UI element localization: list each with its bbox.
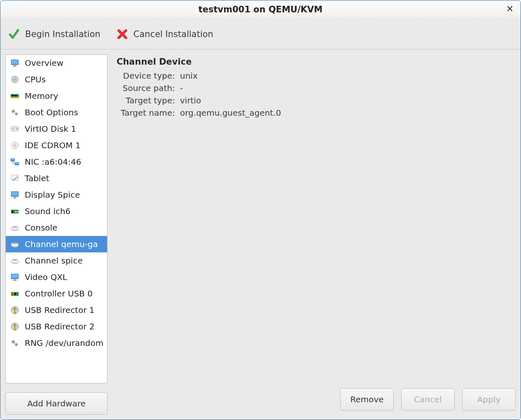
begin-installation-button[interactable]: Begin Installation	[9, 29, 100, 40]
begin-installation-label: Begin Installation	[25, 29, 100, 39]
gears-icon	[9, 107, 21, 117]
usb-icon	[9, 322, 21, 331]
sidebar-item-label: USB Redirector 2	[25, 321, 94, 332]
sidebar-item-memory[interactable]: Memory	[6, 88, 107, 104]
nic-icon	[9, 157, 21, 167]
sidebar-item-nic-a6-04-46[interactable]: NIC :a6:04:46	[6, 154, 107, 170]
sidebar-item-label: Tablet	[25, 173, 49, 184]
usb-icon	[9, 305, 21, 315]
sidebar-item-cpus[interactable]: CPUs	[6, 71, 107, 88]
cancel-installation-button[interactable]: Cancel Installation	[117, 29, 213, 40]
sidebar-item-label: IDE CDROM 1	[25, 140, 81, 151]
sidebar-item-label: Channel qemu-ga	[25, 238, 98, 250]
hardware-list[interactable]: OverviewCPUsMemoryBoot OptionsVirtIO Dis…	[5, 54, 107, 383]
sidebar-item-label: RNG /dev/urandom	[25, 337, 103, 349]
property-label: Device type:	[117, 71, 175, 81]
serial-icon	[9, 223, 21, 233]
sidebar-item-label: Boot Options	[25, 107, 78, 118]
property-value: -	[180, 83, 183, 93]
serial-icon	[9, 239, 21, 249]
tablet-icon	[9, 173, 21, 183]
property-label: Target type:	[117, 96, 175, 105]
add-hardware-button[interactable]: Add Hardware	[5, 392, 107, 415]
sidebar-item-channel-spice[interactable]: Channel spice	[6, 252, 107, 269]
usbctrl-icon	[9, 289, 21, 299]
apply-button[interactable]: Apply	[462, 388, 516, 411]
vm-window: testvm001 on QEMU/KVM ✕ Begin Installati…	[0, 0, 521, 420]
sidebar-item-label: VirtIO Disk 1	[25, 123, 76, 135]
property-label: Target name:	[117, 108, 175, 118]
cpu-icon	[9, 75, 21, 84]
property-label: Source path:	[117, 83, 175, 93]
sidebar-item-label: USB Redirector 1	[25, 304, 94, 316]
property-row: Device type:unix	[117, 71, 512, 81]
monitor-icon	[9, 58, 21, 68]
property-list: Device type:unixSource path:-Target type…	[117, 71, 512, 118]
sidebar-item-usb-redirector-1[interactable]: USB Redirector 1	[6, 302, 107, 318]
cancel-button[interactable]: Cancel	[401, 388, 455, 411]
property-row: Target type:virtio	[117, 96, 512, 105]
details-title: Channel Device	[117, 57, 512, 67]
property-value: virtio	[180, 96, 201, 105]
window-title: testvm001 on QEMU/KVM	[0, 5, 521, 14]
sound-icon	[9, 206, 21, 216]
details-pane: Channel Device Device type:unixSource pa…	[112, 54, 516, 383]
sidebar-item-boot-options[interactable]: Boot Options	[6, 104, 107, 121]
sidebar-item-sound-ich6[interactable]: Sound ich6	[6, 203, 107, 219]
sidebar-item-tablet[interactable]: Tablet	[6, 170, 107, 187]
sidebar: OverviewCPUsMemoryBoot OptionsVirtIO Dis…	[5, 54, 107, 383]
sidebar-item-controller-usb-0[interactable]: Controller USB 0	[6, 285, 107, 302]
sidebar-item-label: NIC :a6:04:46	[25, 156, 81, 168]
sidebar-item-video-qxl[interactable]: Video QXL	[6, 269, 107, 285]
gears-icon	[9, 338, 21, 348]
sidebar-item-label: Display Spice	[25, 189, 80, 201]
main: OverviewCPUsMemoryBoot OptionsVirtIO Dis…	[0, 49, 521, 388]
memory-icon	[9, 91, 21, 101]
sidebar-item-label: Sound ich6	[25, 205, 70, 217]
monitor-icon	[9, 190, 21, 200]
sidebar-item-label: Overview	[25, 57, 63, 69]
sidebar-item-label: Video QXL	[25, 271, 67, 283]
sidebar-item-label: Memory	[25, 90, 58, 102]
close-icon[interactable]: ✕	[505, 5, 515, 14]
property-row: Source path:-	[117, 83, 512, 93]
cdrom-icon	[9, 140, 21, 150]
property-value: unix	[180, 71, 198, 81]
cancel-icon	[117, 29, 128, 40]
sidebar-item-ide-cdrom-1[interactable]: IDE CDROM 1	[6, 137, 107, 154]
sidebar-item-rng-dev-urandom[interactable]: RNG /dev/urandom	[6, 335, 107, 351]
sidebar-item-usb-redirector-2[interactable]: USB Redirector 2	[6, 318, 107, 335]
sidebar-item-display-spice[interactable]: Display Spice	[6, 187, 107, 203]
sidebar-item-virtio-disk-1[interactable]: VirtIO Disk 1	[6, 121, 107, 137]
monitor-icon	[9, 272, 21, 282]
sidebar-item-console[interactable]: Console	[6, 219, 107, 236]
serial-icon	[9, 256, 21, 266]
body: OverviewCPUsMemoryBoot OptionsVirtIO Dis…	[0, 49, 521, 420]
footer: Add Hardware Remove Cancel Apply	[0, 388, 521, 420]
sidebar-item-overview[interactable]: Overview	[6, 55, 107, 71]
sidebar-item-label: CPUs	[25, 74, 46, 85]
property-row: Target name:org.qemu.guest_agent.0	[117, 108, 512, 118]
sidebar-item-channel-qemu-ga[interactable]: Channel qemu-ga	[6, 236, 107, 252]
titlebar: testvm001 on QEMU/KVM ✕	[0, 0, 521, 19]
sidebar-item-label: Console	[25, 222, 57, 233]
sidebar-item-label: Controller USB 0	[25, 288, 93, 299]
remove-button[interactable]: Remove	[340, 388, 394, 411]
cancel-installation-label: Cancel Installation	[133, 29, 213, 39]
property-value: org.qemu.guest_agent.0	[180, 108, 281, 118]
check-icon	[9, 29, 19, 40]
sidebar-item-label: Channel spice	[25, 255, 82, 266]
toolbar: Begin Installation Cancel Installation	[0, 19, 521, 49]
disk-icon	[9, 124, 21, 134]
